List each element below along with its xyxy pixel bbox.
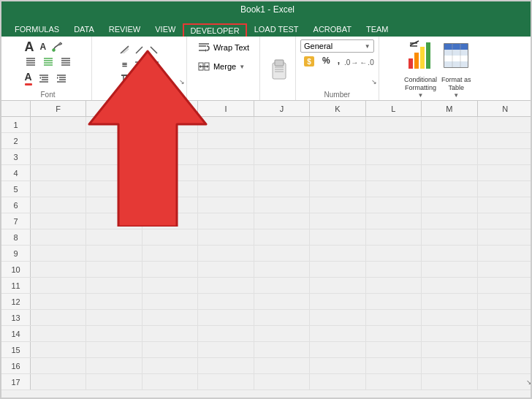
grid-cell[interactable] bbox=[142, 342, 198, 357]
grid-cell[interactable] bbox=[142, 181, 198, 197]
valign-middle-btn[interactable] bbox=[133, 72, 146, 86]
row-header-1[interactable]: 1 bbox=[1, 117, 31, 132]
grid-cell[interactable] bbox=[366, 133, 422, 148]
align-top-icon[interactable] bbox=[23, 56, 39, 69]
row-header-3[interactable]: 3 bbox=[1, 149, 31, 164]
grid-cell[interactable] bbox=[198, 197, 254, 213]
row-header-15[interactable]: 15 bbox=[1, 342, 31, 357]
grid-cell[interactable] bbox=[310, 342, 365, 357]
grid-cell[interactable] bbox=[142, 278, 198, 293]
col-header-n[interactable]: N bbox=[478, 101, 533, 116]
grid-cell[interactable] bbox=[310, 374, 365, 390]
grid-cell[interactable] bbox=[86, 294, 142, 309]
grid-cell[interactable] bbox=[198, 133, 254, 148]
grid-cell[interactable] bbox=[310, 358, 365, 373]
alignment-group-expand[interactable]: ↘ bbox=[179, 78, 185, 86]
row-header-10[interactable]: 10 bbox=[1, 262, 31, 277]
grid-cell[interactable] bbox=[310, 133, 365, 148]
fat-arrow[interactable]: ▼ bbox=[453, 92, 459, 99]
grid-cell[interactable] bbox=[366, 117, 422, 132]
grid-cell[interactable] bbox=[198, 358, 254, 373]
grid-cell[interactable] bbox=[310, 181, 365, 197]
row-header-6[interactable]: 6 bbox=[1, 197, 31, 213]
grid-cell[interactable] bbox=[366, 149, 422, 164]
grid-cell[interactable] bbox=[366, 342, 422, 357]
grid-cell[interactable] bbox=[198, 229, 254, 245]
row-header-5[interactable]: 5 bbox=[1, 181, 31, 197]
grid-cell[interactable] bbox=[86, 358, 142, 373]
grid-cell[interactable] bbox=[198, 213, 254, 229]
tab-formulas[interactable]: FORMULAS bbox=[7, 22, 66, 37]
grid-cell[interactable] bbox=[86, 278, 142, 293]
grid-cell[interactable] bbox=[142, 262, 198, 277]
grid-cell[interactable] bbox=[31, 181, 86, 197]
grid-cell[interactable] bbox=[142, 229, 198, 245]
grid-cell[interactable] bbox=[142, 294, 198, 309]
grid-cell[interactable] bbox=[366, 229, 422, 245]
row-header-8[interactable]: 8 bbox=[1, 229, 31, 245]
grid-cell[interactable] bbox=[254, 165, 310, 180]
tab-team[interactable]: TEAM bbox=[359, 22, 396, 37]
grid-cell[interactable] bbox=[198, 278, 254, 293]
grid-cell[interactable] bbox=[198, 149, 254, 164]
decimal-decrease-btn[interactable]: ← .0 bbox=[360, 55, 373, 70]
tab-review[interactable]: REVIEW bbox=[102, 22, 148, 37]
grid-cell[interactable] bbox=[254, 326, 310, 341]
grid-cell[interactable] bbox=[478, 149, 533, 164]
grid-cell[interactable] bbox=[310, 278, 365, 293]
grid-cell[interactable] bbox=[310, 294, 365, 309]
col-header-j[interactable]: J bbox=[254, 101, 310, 116]
grid-cell[interactable] bbox=[142, 310, 198, 325]
increase-font-size-btn[interactable]: A bbox=[23, 39, 37, 54]
row-header-7[interactable]: 7 bbox=[1, 213, 31, 229]
row-header-13[interactable]: 13 bbox=[1, 310, 31, 325]
grid-cell[interactable] bbox=[422, 229, 477, 245]
col-header-l[interactable]: L bbox=[366, 101, 422, 116]
grid-cell[interactable] bbox=[254, 358, 310, 373]
tab-loadtest[interactable]: LOAD TEST bbox=[247, 22, 306, 37]
grid-cell[interactable] bbox=[422, 310, 477, 325]
grid-cell[interactable] bbox=[31, 229, 86, 245]
col-header-i[interactable]: I bbox=[198, 101, 254, 116]
cf-arrow[interactable]: ▼ bbox=[417, 92, 423, 99]
grid-cell[interactable] bbox=[254, 117, 310, 132]
grid-cell[interactable] bbox=[422, 358, 477, 373]
grid-cell[interactable] bbox=[86, 246, 142, 261]
grid-cell[interactable] bbox=[310, 197, 365, 213]
grid-cell[interactable] bbox=[86, 374, 142, 390]
grid-cell[interactable] bbox=[31, 149, 86, 164]
grid-cell[interactable] bbox=[478, 326, 533, 341]
grid-cell[interactable] bbox=[366, 310, 422, 325]
font-color-btn[interactable]: A bbox=[23, 70, 34, 86]
grid-cell[interactable] bbox=[31, 246, 86, 261]
align-right-btn[interactable] bbox=[148, 58, 161, 71]
grid-cell[interactable] bbox=[254, 229, 310, 245]
grid-cell[interactable] bbox=[422, 149, 477, 164]
percent-btn[interactable]: % bbox=[319, 55, 333, 70]
grid-cell[interactable] bbox=[422, 181, 477, 197]
grid-cell[interactable] bbox=[366, 326, 422, 341]
grid-cell[interactable] bbox=[198, 294, 254, 309]
grid-cell[interactable] bbox=[254, 197, 310, 213]
grid-cell[interactable] bbox=[422, 117, 477, 132]
grid-cell[interactable] bbox=[478, 294, 533, 309]
grid-cell[interactable] bbox=[366, 278, 422, 293]
currency-btn[interactable]: $ bbox=[300, 55, 318, 70]
grid-cell[interactable] bbox=[310, 149, 365, 164]
grid-cell[interactable] bbox=[142, 197, 198, 213]
grid-cell[interactable] bbox=[142, 149, 198, 164]
tab-view[interactable]: VIEW bbox=[148, 22, 183, 37]
number-format-dropdown[interactable]: General ▼ bbox=[300, 39, 374, 53]
row-header-9[interactable]: 9 bbox=[1, 246, 31, 261]
grid-cell[interactable] bbox=[478, 310, 533, 325]
grid-cell[interactable] bbox=[142, 117, 198, 132]
grid-cell[interactable] bbox=[86, 213, 142, 229]
grid-cell[interactable] bbox=[254, 294, 310, 309]
row-header-12[interactable]: 12 bbox=[1, 294, 31, 309]
grid-cell[interactable] bbox=[310, 310, 365, 325]
grid-cell[interactable] bbox=[198, 246, 254, 261]
grid-cell[interactable] bbox=[422, 374, 477, 390]
grid-cell[interactable] bbox=[86, 310, 142, 325]
comma-btn[interactable]: , bbox=[335, 55, 343, 70]
grid-cell[interactable] bbox=[478, 374, 533, 390]
